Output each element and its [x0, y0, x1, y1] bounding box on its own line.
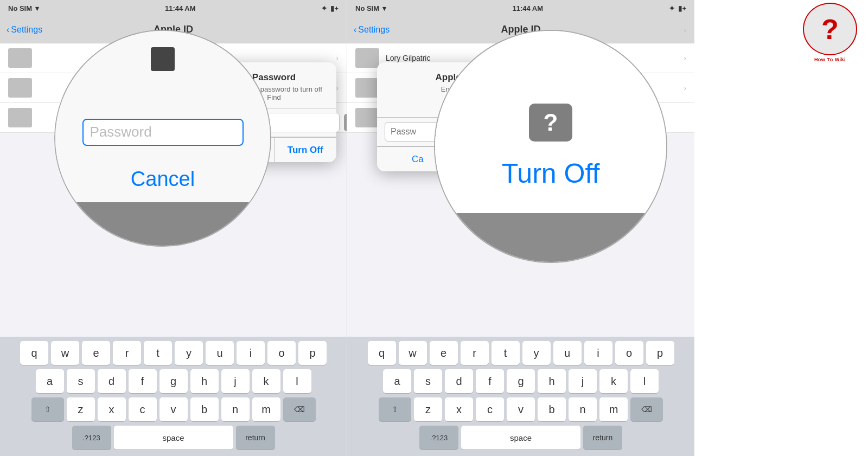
key-numbers-left[interactable]: .?123	[72, 426, 111, 449]
key-j-left[interactable]: j	[221, 369, 250, 393]
keyboard-left: q w e r t y u i o p a s d f g h j k l ⇧ …	[0, 337, 347, 456]
carrier-left: No SIM	[8, 4, 32, 12]
circle-dark-strip-left	[55, 202, 270, 246]
key-numbers-right[interactable]: .?123	[419, 426, 458, 449]
key-e-right[interactable]: e	[430, 341, 458, 365]
magnify-circle-right: ? Turn Off	[434, 30, 667, 263]
device-thumb-left-3	[8, 108, 32, 127]
chevron-right-1: ›	[684, 54, 686, 62]
key-n-right[interactable]: n	[569, 397, 597, 421]
key-v-right[interactable]: v	[507, 397, 535, 421]
key-k-left[interactable]: k	[252, 369, 280, 393]
key-i-left[interactable]: i	[237, 341, 265, 365]
key-g-right[interactable]: g	[507, 369, 535, 393]
watermark-circle: ?	[803, 3, 857, 55]
circle-cancel-label-left[interactable]: Cancel	[131, 168, 195, 191]
time-left: 11:44 AM	[165, 4, 196, 12]
key-return-left[interactable]: return	[236, 426, 275, 449]
key-s-left[interactable]: s	[67, 369, 95, 393]
key-space-left[interactable]: space	[114, 426, 233, 449]
key-a-left[interactable]: a	[36, 369, 64, 393]
key-z-left[interactable]: z	[67, 397, 95, 421]
key-s-right[interactable]: s	[414, 369, 442, 393]
circle-question-large[interactable]: ?	[529, 104, 572, 142]
circle-content-left: Password Cancel	[55, 31, 270, 246]
circle-password-field-left[interactable]: Password	[82, 119, 244, 146]
key-shift-right[interactable]: ⇧	[379, 397, 411, 421]
key-p-left[interactable]: p	[298, 341, 327, 365]
key-o-left[interactable]: o	[267, 341, 296, 365]
watermark-q-icon: ?	[821, 13, 839, 46]
key-p-right[interactable]: p	[646, 341, 674, 365]
back-button-right[interactable]: ‹ Settings	[354, 25, 390, 35]
back-label-left: Settings	[11, 25, 42, 35]
turnoff-btn-left[interactable]: Turn Off	[274, 138, 337, 162]
key-r-right[interactable]: r	[461, 341, 489, 365]
circle-top-icon-left	[151, 47, 175, 71]
key-c-right[interactable]: c	[476, 397, 504, 421]
key-d-left[interactable]: d	[98, 369, 126, 393]
list-item-text-right-1: Lory Gilpatric	[386, 54, 430, 62]
circle-turn-off-label[interactable]: Turn Off	[502, 158, 600, 189]
back-button-left[interactable]: ‹ Settings	[7, 25, 42, 35]
bt-icon-left: ✦	[321, 4, 327, 12]
key-q-right[interactable]: q	[368, 341, 396, 365]
key-c-left[interactable]: c	[129, 397, 157, 421]
key-u-right[interactable]: u	[553, 341, 582, 365]
keyboard-row4-right: .?123 space return	[349, 426, 692, 449]
key-f-left[interactable]: f	[129, 369, 157, 393]
key-x-left[interactable]: x	[98, 397, 126, 421]
key-l-right[interactable]: l	[630, 369, 659, 393]
time-right: 11:44 AM	[512, 4, 543, 12]
key-w-right[interactable]: w	[399, 341, 427, 365]
keyboard-row3-left: ⇧ z x c v b n m ⌫	[2, 397, 344, 421]
key-a-right[interactable]: a	[383, 369, 411, 393]
back-chevron-left: ‹	[7, 25, 9, 35]
key-l-left[interactable]: l	[283, 369, 311, 393]
key-n-left[interactable]: n	[221, 397, 250, 421]
key-h-right[interactable]: h	[538, 369, 566, 393]
key-b-left[interactable]: b	[190, 397, 219, 421]
key-shift-left[interactable]: ⇧	[31, 397, 64, 421]
key-delete-left[interactable]: ⌫	[283, 397, 316, 421]
key-m-left[interactable]: m	[252, 397, 280, 421]
key-h-left[interactable]: h	[190, 369, 219, 393]
keyboard-row4-left: .?123 space return	[2, 426, 344, 449]
battery-icon-left: ▮+	[330, 4, 339, 12]
key-o-right[interactable]: o	[615, 341, 643, 365]
key-q-left[interactable]: q	[20, 341, 48, 365]
key-m-right[interactable]: m	[599, 397, 628, 421]
key-j-right[interactable]: j	[569, 369, 597, 393]
device-thumb-right-2	[355, 78, 379, 98]
key-space-right[interactable]: space	[461, 426, 580, 449]
key-e-left[interactable]: e	[82, 341, 110, 365]
watermark: ? How To Wiki	[800, 3, 860, 62]
magnify-circle-left: Password Cancel	[54, 30, 271, 247]
keyboard-row1-left: q w e r t y u i o p	[2, 341, 344, 365]
key-g-left[interactable]: g	[159, 369, 188, 393]
circle-content-right: ? Turn Off	[435, 31, 666, 262]
key-b-right[interactable]: b	[538, 397, 566, 421]
key-f-right[interactable]: f	[476, 369, 504, 393]
key-x-right[interactable]: x	[445, 397, 473, 421]
key-t-right[interactable]: t	[492, 341, 520, 365]
key-delete-right[interactable]: ⌫	[630, 397, 663, 421]
key-k-right[interactable]: k	[599, 369, 628, 393]
wifi-icon-left: ▾	[35, 4, 39, 12]
left-panel: No SIM ▾ 11:44 AM ✦ ▮+ ‹ Settings Apple …	[0, 0, 347, 456]
key-v-left[interactable]: v	[159, 397, 188, 421]
key-y-right[interactable]: y	[522, 341, 551, 365]
key-t-left[interactable]: t	[144, 341, 172, 365]
chevron-left-2: ›	[336, 84, 339, 92]
keyboard-row3-right: ⇧ z x c v b n m ⌫	[349, 397, 692, 421]
key-return-right[interactable]: return	[583, 426, 622, 449]
status-bar-left: No SIM ▾ 11:44 AM ✦ ▮+	[0, 0, 347, 16]
key-y-left[interactable]: y	[175, 341, 203, 365]
key-i-right[interactable]: i	[584, 341, 612, 365]
key-r-left[interactable]: r	[113, 341, 141, 365]
key-w-left[interactable]: w	[51, 341, 79, 365]
key-d-right[interactable]: d	[445, 369, 473, 393]
keyboard-row2-right: a s d f g h j k l	[349, 369, 692, 393]
key-z-right[interactable]: z	[414, 397, 442, 421]
key-u-left[interactable]: u	[206, 341, 234, 365]
